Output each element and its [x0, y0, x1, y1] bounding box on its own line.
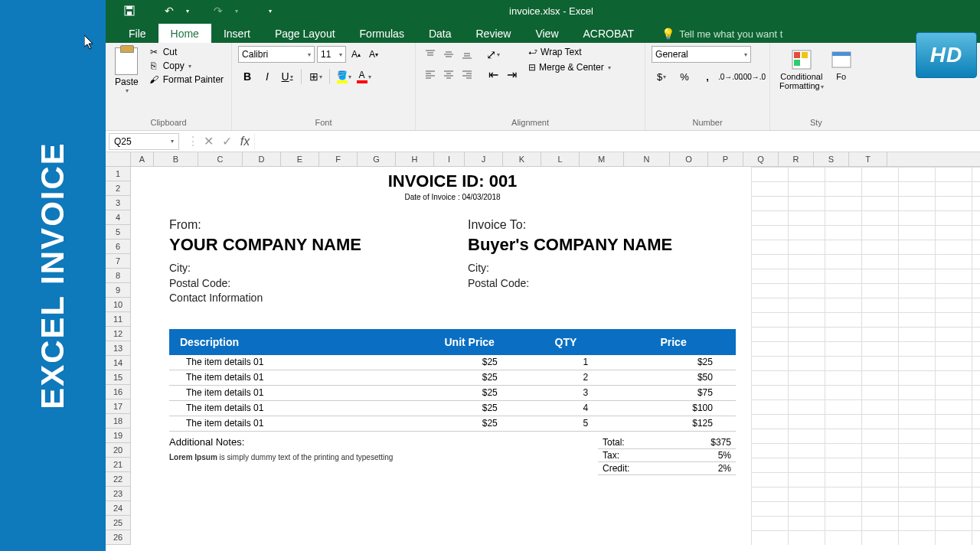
row-header-24[interactable]: 24 [106, 501, 130, 516]
accounting-format-button[interactable]: $▾ [652, 67, 671, 86]
col-header-J[interactable]: J [465, 152, 503, 166]
orientation-button[interactable]: ⤢▾ [485, 46, 501, 63]
row-header-9[interactable]: 9 [106, 283, 130, 298]
col-header-I[interactable]: I [434, 152, 465, 166]
conditional-formatting-button[interactable]: ConditionalFormatting▾ [776, 46, 827, 116]
name-box[interactable]: Q25▾ [109, 133, 179, 150]
row-header-22[interactable]: 22 [106, 472, 130, 487]
save-icon[interactable] [121, 2, 138, 19]
comma-button[interactable]: , [697, 67, 717, 86]
col-header-Q[interactable]: Q [743, 152, 779, 166]
tab-file[interactable]: File [116, 24, 158, 43]
col-header-C[interactable]: C [198, 152, 243, 166]
qat-customize-icon[interactable]: ▾ [262, 2, 279, 19]
col-header-A[interactable]: A [131, 152, 154, 166]
row-header-26[interactable]: 26 [106, 530, 130, 545]
select-all-corner[interactable] [106, 152, 131, 166]
row-header-10[interactable]: 10 [106, 298, 130, 312]
row-header-17[interactable]: 17 [106, 399, 130, 414]
row-header-23[interactable]: 23 [106, 487, 130, 501]
wrap-text-button[interactable]: ⮐Wrap Text [526, 46, 613, 58]
col-header-E[interactable]: E [281, 152, 319, 166]
row-header-5[interactable]: 5 [106, 225, 130, 240]
tab-insert[interactable]: Insert [211, 24, 263, 43]
row-header-18[interactable]: 18 [106, 414, 130, 429]
undo-dropdown-icon[interactable]: ▾ [179, 2, 196, 19]
col-header-O[interactable]: O [670, 152, 708, 166]
decrease-indent-button[interactable]: ⇤ [485, 66, 501, 83]
merge-center-button[interactable]: ⊟Merge & Center▾ [526, 61, 613, 73]
tell-me-search[interactable]: 💡Tell me what you want t [662, 28, 782, 43]
increase-indent-button[interactable]: ⇥ [503, 66, 520, 83]
fill-color-button[interactable]: 🪣▾ [335, 67, 353, 86]
row-header-21[interactable]: 21 [106, 458, 130, 472]
increase-font-button[interactable]: A▴ [348, 46, 364, 63]
col-header-T[interactable]: T [849, 152, 887, 166]
sheet-cells[interactable]: INVOICE ID: 001 Date of Invoice : 04/03/… [131, 167, 980, 545]
tab-data[interactable]: Data [416, 24, 464, 43]
row-header-6[interactable]: 6 [106, 240, 130, 254]
tab-acrobat[interactable]: ACROBAT [571, 24, 647, 43]
align-right-button[interactable] [459, 66, 475, 83]
percent-button[interactable]: % [675, 67, 694, 86]
row-header-7[interactable]: 7 [106, 254, 130, 269]
row-header-14[interactable]: 14 [106, 356, 130, 370]
row-header-11[interactable]: 11 [106, 312, 130, 327]
decrease-font-button[interactable]: A▾ [366, 46, 381, 63]
align-left-button[interactable] [422, 66, 439, 83]
col-header-H[interactable]: H [396, 152, 434, 166]
row-header-15[interactable]: 15 [106, 370, 130, 385]
redo-icon[interactable]: ↷ [210, 2, 227, 19]
row-header-2[interactable]: 2 [106, 181, 130, 196]
align-top-button[interactable] [422, 46, 439, 63]
row-header-8[interactable]: 8 [106, 269, 130, 283]
formula-input[interactable] [254, 133, 980, 150]
cut-button[interactable]: ✂Cut [146, 46, 225, 58]
align-center-button[interactable] [440, 66, 457, 83]
tab-page-layout[interactable]: Page Layout [263, 24, 348, 43]
col-header-F[interactable]: F [319, 152, 358, 166]
col-header-G[interactable]: G [358, 152, 396, 166]
redo-dropdown-icon[interactable]: ▾ [228, 2, 245, 19]
copy-button[interactable]: ⎘Copy▾ [146, 60, 225, 72]
col-header-D[interactable]: D [243, 152, 281, 166]
enter-formula-button[interactable]: ✓ [217, 133, 236, 150]
increase-decimal-button[interactable]: .0→.00 [720, 67, 740, 86]
row-header-20[interactable]: 20 [106, 443, 130, 458]
row-header-19[interactable]: 19 [106, 429, 130, 443]
bold-button[interactable]: B [238, 67, 256, 86]
align-bottom-button[interactable] [459, 46, 475, 63]
col-header-K[interactable]: K [503, 152, 541, 166]
font-color-button[interactable]: A▾ [354, 67, 373, 86]
col-header-B[interactable]: B [154, 152, 198, 166]
number-format-select[interactable]: General▾ [652, 46, 751, 63]
row-header-4[interactable]: 4 [106, 210, 130, 225]
col-header-L[interactable]: L [541, 152, 580, 166]
font-name-select[interactable]: Calibri▾ [238, 46, 315, 63]
italic-button[interactable]: I [258, 67, 276, 86]
tab-view[interactable]: View [523, 24, 570, 43]
spreadsheet-grid[interactable]: ABCDEFGHIJKLMNOPQRST 1234567891011121314… [106, 152, 980, 551]
col-header-S[interactable]: S [814, 152, 849, 166]
row-header-1[interactable]: 1 [106, 167, 130, 181]
tab-formulas[interactable]: Formulas [348, 24, 416, 43]
row-header-12[interactable]: 12 [106, 327, 130, 341]
col-header-P[interactable]: P [708, 152, 743, 166]
fx-button[interactable]: fx [236, 133, 254, 150]
col-header-M[interactable]: M [580, 152, 624, 166]
tab-home[interactable]: Home [158, 24, 211, 43]
row-header-13[interactable]: 13 [106, 341, 130, 356]
row-header-3[interactable]: 3 [106, 196, 130, 210]
tab-review[interactable]: Review [464, 24, 524, 43]
format-painter-button[interactable]: 🖌Format Painter [146, 73, 225, 86]
align-middle-button[interactable] [440, 46, 457, 63]
border-button[interactable]: ⊞▾ [306, 67, 325, 86]
undo-icon[interactable]: ↶ [161, 2, 178, 19]
row-header-16[interactable]: 16 [106, 385, 130, 399]
font-size-select[interactable]: 11▾ [317, 46, 346, 63]
format-table-button[interactable]: Fo [827, 46, 856, 116]
paste-button[interactable]: Paste ▾ [112, 46, 142, 116]
cancel-formula-button[interactable]: ✕ [199, 133, 217, 150]
col-header-R[interactable]: R [779, 152, 814, 166]
decrease-decimal-button[interactable]: .00→.0 [743, 67, 763, 86]
